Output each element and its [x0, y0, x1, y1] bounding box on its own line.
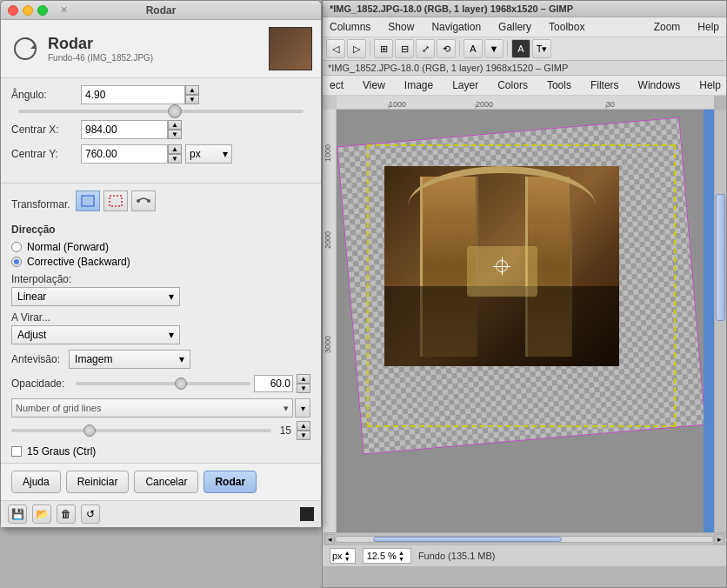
- grid-slider[interactable]: [11, 429, 271, 432]
- normal-radio-row[interactable]: Normal (Forward): [11, 241, 310, 253]
- unit-select[interactable]: px ▾: [185, 144, 232, 164]
- cancelar-button[interactable]: Cancelar: [134, 471, 198, 493]
- centrar-x-up[interactable]: ▲: [168, 120, 182, 130]
- toolbar-btn-8[interactable]: ▼: [484, 39, 504, 58]
- zoom-stepper[interactable]: ▲ ▼: [398, 550, 407, 562]
- img-menu-filters[interactable]: Filters: [587, 77, 623, 93]
- menu-navigation[interactable]: Navigation: [428, 19, 484, 35]
- ajuda-button[interactable]: Ajuda: [11, 471, 61, 493]
- zoom-down[interactable]: ▼: [398, 556, 407, 562]
- img-menu-image[interactable]: Image: [401, 77, 437, 93]
- grid-slider-thumb[interactable]: [83, 424, 96, 437]
- transform-path-btn[interactable]: [131, 190, 156, 211]
- toolbar-btn-7[interactable]: A: [464, 39, 483, 58]
- rodar-button[interactable]: Rodar: [203, 471, 257, 493]
- grid-lines-stepper[interactable]: ▾: [295, 398, 310, 418]
- load-icon[interactable]: 📂: [32, 504, 51, 524]
- corrective-radio[interactable]: [11, 257, 22, 267]
- menu-columns[interactable]: Columns: [326, 19, 374, 35]
- transform-selection-btn[interactable]: [103, 190, 128, 211]
- vertical-scrollbar[interactable]: [714, 110, 726, 532]
- toolbar-btn-5[interactable]: ⤢: [416, 39, 435, 58]
- grid-lines-select[interactable]: Number of grid lines ▾: [11, 398, 293, 418]
- a-virar-value: Adjust: [17, 329, 46, 341]
- unit-down[interactable]: ▼: [344, 556, 353, 562]
- maximize-button[interactable]: [37, 5, 48, 16]
- centrar-x-input[interactable]: [81, 120, 168, 139]
- antevisao-arrow: ▾: [179, 353, 184, 365]
- crosshair-circle: [496, 260, 508, 272]
- v-scroll-thumb[interactable]: [716, 194, 725, 321]
- opacity-input[interactable]: [254, 375, 293, 392]
- grid-up[interactable]: ▲: [297, 421, 310, 431]
- toolbar-btn-2[interactable]: ▷: [347, 39, 366, 58]
- save-icon[interactable]: 💾: [8, 504, 27, 524]
- reset-icon[interactable]: ↺: [81, 504, 100, 524]
- direccao-label: Direcção: [11, 224, 310, 236]
- img-menu-view[interactable]: View: [359, 77, 389, 93]
- corrective-radio-row[interactable]: Corrective (Backward): [11, 256, 310, 268]
- menu-show[interactable]: Show: [384, 19, 417, 35]
- status-unit-selector[interactable]: px ▲ ▼: [330, 548, 356, 564]
- close-button[interactable]: [8, 5, 18, 16]
- menu-gallery[interactable]: Gallery: [495, 19, 535, 35]
- img-menu-ect[interactable]: ect: [326, 77, 347, 93]
- unit-up[interactable]: ▲: [344, 550, 353, 556]
- antevisao-select[interactable]: Imagem ▾: [69, 350, 190, 369]
- toolbar-btn-4[interactable]: ⊟: [395, 39, 414, 58]
- transform-layer-btn[interactable]: [76, 190, 100, 211]
- centrar-y-input[interactable]: [81, 144, 168, 164]
- menu-help[interactable]: Help: [694, 19, 723, 35]
- gimp-menubar: Columns Show Navigation Gallery Toolbox …: [323, 17, 726, 37]
- normal-radio[interactable]: [11, 242, 22, 252]
- reiniciar-button[interactable]: Reiniciar: [66, 471, 130, 493]
- header-text: Rodar Fundo-46 (IMG_1852.JPG): [48, 35, 153, 63]
- toolbar-btn-color[interactable]: A: [511, 39, 530, 58]
- minimize-button[interactable]: [23, 5, 33, 16]
- interpolacao-select[interactable]: Linear ▾: [11, 287, 180, 306]
- zoom-up[interactable]: ▲: [398, 550, 407, 556]
- scroll-right-btn[interactable]: ▸: [714, 534, 724, 545]
- toolbar-btn-3[interactable]: ⊞: [374, 39, 393, 58]
- angulo-down[interactable]: ▼: [185, 95, 199, 104]
- toolbar-btn-1[interactable]: ◁: [326, 39, 345, 58]
- delete-icon[interactable]: 🗑: [57, 504, 76, 524]
- unit-stepper[interactable]: ▲ ▼: [344, 550, 353, 562]
- main-canvas[interactable]: [337, 110, 714, 532]
- scrollbar-thumb[interactable]: [373, 537, 562, 542]
- angulo-input[interactable]: [81, 85, 185, 104]
- svg-rect-3: [83, 197, 92, 204]
- opacity-down[interactable]: ▼: [297, 384, 310, 393]
- opacity-slider-thumb[interactable]: [175, 378, 187, 390]
- toolbar-btn-font[interactable]: T▾: [532, 39, 551, 58]
- centrar-x-down[interactable]: ▼: [168, 130, 182, 139]
- canvas-row: 1000 2000 3000: [323, 110, 726, 532]
- img-menu-help[interactable]: Help: [696, 77, 724, 93]
- unit-value: px: [190, 148, 201, 160]
- img-menu-layer[interactable]: Layer: [449, 77, 482, 93]
- a-virar-select[interactable]: Adjust ▾: [11, 325, 180, 344]
- menu-zoom[interactable]: Zoom: [650, 19, 684, 35]
- normal-label: Normal (Forward): [27, 241, 109, 253]
- opacity-slider[interactable]: [76, 382, 250, 385]
- img-menu-windows[interactable]: Windows: [635, 77, 684, 93]
- opacity-up[interactable]: ▲: [297, 374, 310, 384]
- angle-slider-thumb[interactable]: [168, 104, 182, 118]
- scrollbar-track[interactable]: [335, 536, 714, 543]
- centrar-y-up[interactable]: ▲: [168, 144, 182, 154]
- centrar-y-down[interactable]: ▼: [168, 154, 182, 164]
- angle-slider-track[interactable]: [18, 110, 303, 113]
- img-menu-tools[interactable]: Tools: [544, 77, 575, 93]
- angulo-up[interactable]: ▲: [185, 85, 199, 95]
- graus-checkbox[interactable]: [11, 446, 22, 457]
- menu-toolbox[interactable]: Toolbox: [545, 19, 588, 35]
- close-icon: ✕: [60, 4, 68, 16]
- scroll-left-btn[interactable]: ◂: [324, 534, 335, 545]
- toolbar-btn-6[interactable]: ⟲: [437, 39, 456, 58]
- img-menu-colors[interactable]: Colors: [494, 77, 531, 93]
- grid-down[interactable]: ▼: [297, 431, 310, 440]
- horizontal-scrollbar[interactable]: ◂ ▸: [323, 532, 726, 545]
- transformar-row: Transformar.: [11, 190, 310, 218]
- gimp-title: *IMG_1852.JPG-18.0 (RGB, 1 layer) 1968x1…: [330, 3, 573, 14]
- zoom-selector[interactable]: 12.5 % ▲ ▼: [363, 548, 411, 564]
